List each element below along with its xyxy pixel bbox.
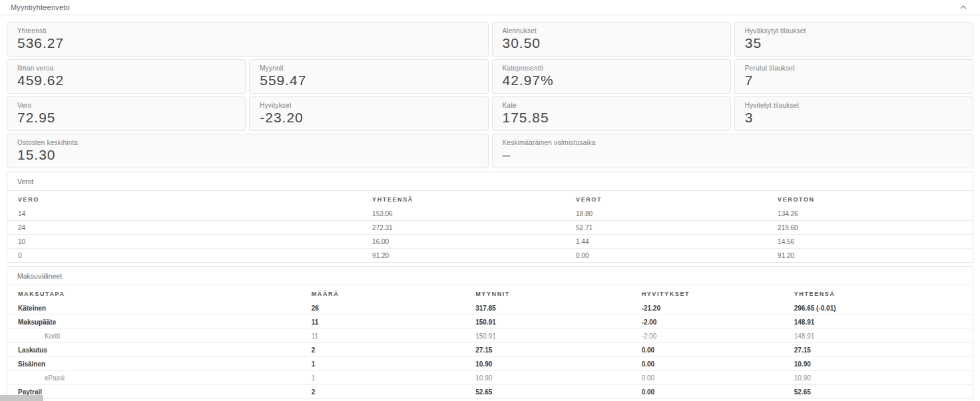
table-cell: 2 (312, 399, 476, 401)
collapse-section-button[interactable] (957, 2, 969, 13)
table-row: 14153.0618.80134.26 (7, 207, 973, 221)
column-header: VEROTON (778, 191, 973, 207)
table-cell: 134.26 (778, 207, 973, 221)
table-cell: 10 (7, 235, 372, 249)
stat-value: 559.47 (260, 72, 477, 88)
table-row: ePassi110.900.0010.90 (7, 371, 973, 385)
stat-value: 72.95 (17, 110, 235, 126)
table-cell: 91.20 (372, 249, 576, 263)
stat-value: 7 (745, 72, 963, 88)
stat-label: Ilman veroa (17, 65, 235, 72)
table-cell: 18.80 (576, 207, 778, 221)
table-cell: 148.91 (794, 329, 973, 343)
table-row: Sisäinen110.900.0010.90 (7, 357, 973, 371)
horizontal-scrollbar-thumb[interactable] (0, 395, 43, 401)
table-cell: 0.00 (642, 371, 794, 385)
table-cell: 11 (312, 329, 476, 343)
table-cell: ePassi (7, 371, 312, 385)
table-row: Laskutus227.150.0027.15 (7, 343, 973, 357)
table-cell: 2 (312, 343, 476, 357)
stat-card: Keskimääräinen valmistusaika – (492, 134, 974, 168)
column-header: MYYNNIT (475, 285, 641, 301)
table-cell: Paytrail (7, 385, 312, 399)
table-cell: 148.91 (794, 315, 973, 329)
table-row: Paytrail252.650.0052.65 (7, 385, 973, 399)
table-row: Maksupääte11150.91-2.00148.91 (7, 315, 973, 329)
stat-value: 459.62 (17, 72, 235, 88)
table-row: Käteinen26317.85-21.20296.65 (-0.01) (7, 301, 973, 315)
table-cell: 1 (312, 371, 476, 385)
table-cell: 219.60 (778, 221, 973, 235)
table-cell: 153.06 (372, 207, 576, 221)
stat-card: Hyvitykset -23.20 (249, 96, 488, 131)
table-cell: Laskutus (7, 343, 312, 357)
stat-label: Keskimääräinen valmistusaika (503, 139, 963, 146)
stat-card: Ilman veroa 459.62 (7, 59, 246, 94)
table-cell: Sisäinen (7, 357, 312, 371)
table-cell: 27.15 (475, 343, 641, 357)
table-cell: 52.71 (576, 221, 778, 235)
table-cell: 0.00 (576, 249, 778, 263)
table-row: 1016.001.4414.56 (7, 235, 973, 249)
column-header: VEROT (576, 191, 778, 207)
column-header: HYVITYKSET (642, 285, 794, 301)
table-cell: 52.65 (794, 399, 973, 401)
table-cell: 0.00 (642, 343, 794, 357)
stat-value: -23.20 (260, 110, 477, 126)
stat-label: Kateprosentti (503, 65, 720, 72)
stat-label: Yhteensä (17, 27, 478, 35)
stat-card: Perutut tilaukset 7 (734, 59, 973, 94)
stat-label: Alennukset (503, 27, 720, 35)
table-cell: 52.65 (475, 399, 641, 401)
table-cell: 1 (312, 357, 476, 371)
table-cell: -2.00 (642, 315, 794, 329)
table-cell: 10.90 (794, 371, 973, 385)
table-cell: 52.65 (475, 385, 641, 399)
table-cell: 317.85 (475, 301, 641, 315)
table-cell: 10.90 (475, 357, 641, 371)
table-cell: Maksupääte (7, 315, 312, 329)
stat-card: Myynnit 559.47 (249, 59, 488, 94)
stat-card: Hyväksytyt tilaukset 35 (734, 22, 973, 57)
table-cell: Käteinen (7, 301, 312, 315)
summary-header-bar: Myyntiyhteenveto (0, 0, 980, 15)
table-cell: 91.20 (778, 249, 973, 263)
table-cell: -21.20 (642, 301, 794, 315)
column-header: YHTEENSÄ (372, 191, 576, 207)
table-cell: 0.00 (642, 385, 794, 399)
table-cell: 272.31 (372, 221, 576, 235)
column-header: VERO (7, 191, 372, 207)
stat-label: Hyvitetyt tilaukset (745, 102, 963, 109)
table-cell: Nordea (7, 399, 312, 401)
table-cell: 14 (7, 207, 372, 221)
stat-card: Kateprosentti 42.97% (492, 59, 731, 94)
stat-value: 3 (745, 110, 963, 126)
table-cell: 0.00 (642, 357, 794, 371)
table-cell: 10.90 (475, 371, 641, 385)
table-row: Nordea252.650.0052.65 (7, 399, 973, 401)
payment-methods-card: Maksuvälineet MAKSUTAPAMÄÄRÄMYYNNITHYVIT… (7, 266, 973, 401)
table-cell: 0 (7, 249, 372, 263)
table-cell: 150.91 (475, 315, 641, 329)
stat-value: 42.97% (503, 72, 720, 88)
stat-label: Ostosten keskihinta (17, 139, 478, 146)
stat-value: 536.27 (17, 35, 478, 51)
stat-card: Ostosten keskihinta 15.30 (7, 134, 489, 168)
stat-value: 175.85 (503, 110, 720, 126)
stat-value: 30.50 (503, 35, 720, 51)
stat-label: Hyväksytyt tilaukset (745, 27, 963, 35)
taxes-table: VEROYHTEENSÄVEROTVEROTON 14153.0618.8013… (7, 191, 973, 262)
column-header: MAKSUTAPA (7, 285, 312, 301)
payment-methods-section-title: Maksuvälineet (7, 267, 973, 285)
table-cell: -2.00 (642, 329, 794, 343)
column-header: YHTEENSÄ (794, 285, 973, 301)
stat-label: Perutut tilaukset (745, 65, 963, 72)
chevron-up-icon (960, 5, 967, 9)
table-row: 091.200.0091.20 (7, 249, 973, 263)
table-cell: 2 (312, 385, 476, 399)
table-cell: 296.65 (-0.01) (794, 301, 973, 315)
stats-grid: Yhteensä 536.27 Alennukset 30.50 Hyväksy… (7, 22, 973, 168)
stat-card: Alennukset 30.50 (492, 22, 731, 57)
stat-label: Myynnit (260, 65, 477, 72)
table-cell: 16.00 (372, 235, 576, 249)
